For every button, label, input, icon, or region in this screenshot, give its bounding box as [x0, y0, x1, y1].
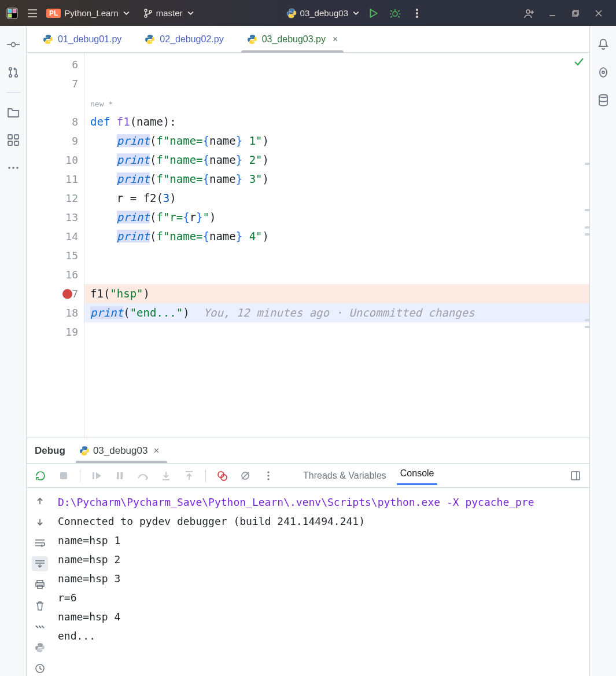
debug-session-tab[interactable]: 03_debug03 × [79, 445, 159, 457]
commit-tool-icon[interactable] [5, 36, 21, 53]
chevron-down-icon [187, 10, 194, 16]
step-into-button[interactable] [158, 468, 174, 484]
editor-gutter[interactable]: 67 8910111213141516171819 [27, 53, 84, 438]
right-tool-stripe [589, 26, 616, 676]
rerun-button[interactable] [32, 468, 49, 484]
gutter-line[interactable]: 10 [27, 150, 84, 170]
console-up-icon[interactable] [32, 494, 48, 509]
code-line[interactable] [84, 322, 589, 341]
project-selector[interactable]: PL Python_Learn [46, 8, 130, 18]
close-icon[interactable]: × [333, 34, 338, 45]
svg-rect-55 [36, 583, 44, 586]
svg-point-31 [12, 167, 14, 169]
svg-rect-28 [8, 141, 12, 145]
structure-tool-icon[interactable] [5, 132, 21, 148]
code-line[interactable]: print("end...")You, 12 minutes ago · Unc… [84, 303, 589, 322]
svg-point-11 [416, 9, 418, 10]
project-files-tool-icon[interactable] [5, 104, 21, 120]
tab-threads-vars[interactable]: Threads & Variables [300, 468, 390, 483]
gutter-line[interactable]: 17 [27, 284, 84, 303]
console-down-icon[interactable] [32, 515, 48, 530]
code-line[interactable]: print(f"r={r}") [84, 208, 589, 227]
window-close-icon[interactable] [587, 1, 610, 26]
step-out-button[interactable] [181, 468, 197, 484]
svg-rect-2 [8, 14, 12, 17]
stop-button[interactable] [56, 468, 72, 484]
console-soft-wrap-icon[interactable] [32, 535, 48, 550]
tab-console[interactable]: Console [397, 466, 438, 485]
pull-requests-tool-icon[interactable] [5, 64, 21, 80]
editor-tab[interactable]: 01_debug01.py [31, 26, 133, 52]
editor-content[interactable]: new *def f1(name): print(f"name={name} 1… [84, 53, 589, 438]
notifications-tool-icon[interactable] [595, 36, 611, 53]
svg-rect-56 [38, 585, 42, 589]
editor-tab[interactable]: 02_debug02.py [133, 26, 235, 52]
console-python-icon[interactable] [32, 640, 48, 655]
code-with-me-icon[interactable] [518, 1, 541, 26]
vcs-branch-selector[interactable]: master [143, 8, 194, 18]
gutter-line[interactable]: 14 [27, 227, 84, 246]
debug-button[interactable] [387, 5, 403, 21]
code-line[interactable]: print(f"name={name} 4") [84, 227, 589, 246]
run-config-selector[interactable]: 03_debug03 [286, 8, 359, 19]
gutter-line[interactable]: 11 [27, 170, 84, 189]
console-output[interactable]: D:\Pycharm\Pycharm_Save\Python_Learn\.ve… [53, 488, 589, 676]
inline-blame: You, 12 minutes ago · Uncommitted change… [204, 306, 475, 319]
code-editor[interactable]: 67 8910111213141516171819 new *def f1(na… [27, 53, 589, 438]
console-history-icon[interactable] [32, 661, 48, 676]
inspection-ok-icon[interactable] [573, 56, 585, 68]
close-icon[interactable]: × [153, 445, 159, 457]
code-line[interactable]: r = f2(3) [84, 189, 589, 208]
gutter-line[interactable]: 7 [27, 74, 84, 93]
resume-button[interactable] [88, 468, 105, 484]
svg-point-25 [14, 75, 17, 77]
gutter-line[interactable]: 16 [27, 265, 84, 284]
view-breakpoints-button[interactable] [214, 468, 230, 484]
code-line[interactable]: f1("hsp") [84, 284, 589, 303]
code-line[interactable] [84, 74, 589, 93]
code-line[interactable] [84, 246, 589, 265]
console-print-icon[interactable] [32, 577, 48, 592]
console-scroll-end-icon[interactable] [32, 556, 48, 571]
window-restore-icon[interactable] [564, 1, 587, 26]
tab-options-icon[interactable] [571, 31, 589, 47]
code-line[interactable] [84, 55, 589, 74]
code-line[interactable]: print(f"name={name} 1") [84, 131, 589, 150]
window-minimize-icon[interactable] [541, 1, 564, 26]
code-line[interactable]: def f1(name): [84, 112, 589, 131]
gutter-line[interactable]: 8 [27, 112, 84, 131]
editor-tab[interactable]: 03_debug03.py× [235, 26, 350, 52]
gutter-line[interactable]: 12 [27, 189, 84, 208]
tab-debug[interactable]: Debug [34, 445, 67, 457]
step-over-button[interactable] [135, 468, 151, 484]
console-line: r=6 [58, 588, 585, 607]
editor-error-stripe[interactable] [584, 53, 589, 438]
database-tool-icon[interactable] [595, 92, 611, 108]
code-line[interactable]: print(f"name={name} 2") [84, 150, 589, 170]
gutter-line[interactable]: 13 [27, 208, 84, 227]
svg-point-44 [267, 471, 269, 473]
console-trash-icon[interactable] [32, 598, 48, 613]
gutter-line[interactable]: 6 [27, 55, 84, 74]
gutter-line[interactable]: 19 [27, 322, 84, 341]
app-logo-icon[interactable] [6, 7, 19, 20]
more-run-icon[interactable] [409, 5, 425, 21]
main-menu-icon[interactable] [24, 5, 40, 21]
code-line[interactable]: print(f"name={name} 3") [84, 170, 589, 189]
layout-settings-icon[interactable] [567, 468, 584, 484]
svg-point-23 [9, 68, 11, 70]
gutter-line[interactable]: 15 [27, 246, 84, 265]
debug-more-icon[interactable] [260, 468, 276, 484]
ai-assistant-tool-icon[interactable] [595, 64, 611, 80]
code-line[interactable] [84, 265, 589, 284]
chevron-down-icon [353, 10, 359, 16]
run-config-name: 03_debug03 [300, 8, 348, 18]
more-tool-icon[interactable] [5, 160, 21, 176]
pause-button[interactable] [112, 468, 128, 484]
mute-breakpoints-button[interactable] [237, 468, 253, 484]
gutter-line[interactable]: 9 [27, 131, 84, 150]
gutter-line[interactable]: 18 [27, 303, 84, 322]
console-more-icon[interactable] [32, 619, 48, 634]
run-button[interactable] [365, 5, 381, 21]
python-icon [79, 446, 90, 456]
